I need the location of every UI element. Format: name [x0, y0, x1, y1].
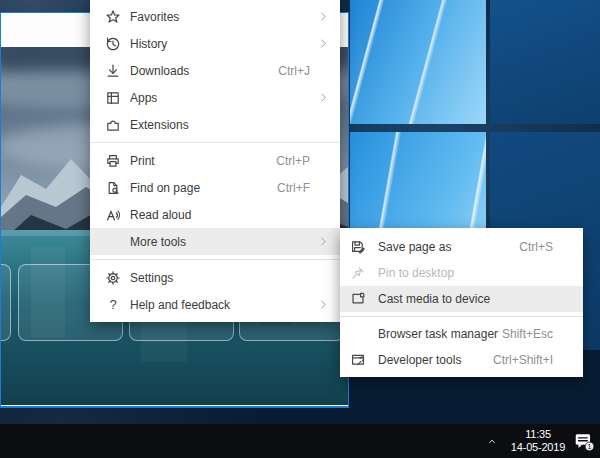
menu-item-history[interactable]: History [90, 30, 340, 57]
edge-settings-menu: Favorites History Downloads Ctrl+J Apps … [90, 0, 340, 322]
star-icon [105, 9, 121, 25]
read-aloud-icon [105, 207, 121, 223]
pin-icon [350, 265, 366, 281]
history-icon [105, 36, 121, 52]
clock-date: 14-05-2019 [510, 441, 566, 454]
menu-item-favorites[interactable]: Favorites [90, 3, 340, 30]
menu-item-settings[interactable]: Settings [90, 264, 340, 291]
newtab-tile[interactable] [0, 264, 11, 341]
menu-item-print[interactable]: Print Ctrl+P [90, 147, 340, 174]
puzzle-icon [105, 117, 121, 133]
submenu-item-browser-task-manager[interactable]: Browser task manager Shift+Esc [340, 321, 583, 347]
download-icon [105, 63, 121, 79]
wallpaper-windows-logo-pane-top-left [350, 0, 486, 124]
gear-icon [105, 270, 121, 286]
menu-item-help-and-feedback[interactable]: ? Help and feedback [90, 291, 340, 318]
more-tools-submenu: Save page as Ctrl+S Pin to desktop Cast … [340, 228, 583, 377]
wallpaper-windows-logo-pane-top-right [490, 0, 600, 124]
icon-spacer [105, 234, 121, 250]
menu-item-downloads[interactable]: Downloads Ctrl+J [90, 57, 340, 84]
show-hidden-icons-button[interactable] [485, 434, 499, 448]
save-icon [350, 239, 366, 255]
menu-item-apps[interactable]: Apps [90, 84, 340, 111]
menu-item-extensions[interactable]: Extensions [90, 111, 340, 138]
clock-time: 11:35 [510, 428, 566, 441]
notification-count-badge: 1 [588, 442, 592, 450]
taskbar: 11:35 14-05-2019 1 [0, 424, 600, 458]
menu-separator [90, 259, 340, 260]
submenu-item-cast-media-to-device[interactable]: Cast media to device [340, 286, 583, 312]
devtools-icon [350, 352, 366, 368]
icon-spacer [350, 326, 366, 342]
taskbar-clock[interactable]: 11:35 14-05-2019 [510, 428, 566, 454]
apps-grid-icon [105, 90, 121, 106]
action-center-icon[interactable]: 1 [573, 431, 595, 452]
cast-icon [350, 291, 366, 307]
submenu-item-save-page-as[interactable]: Save page as Ctrl+S [340, 234, 583, 260]
menu-item-more-tools[interactable]: More tools [90, 228, 340, 255]
menu-separator [90, 142, 340, 143]
menu-item-read-aloud[interactable]: Read aloud [90, 201, 340, 228]
chevron-right-icon [310, 91, 336, 104]
submenu-item-pin-to-desktop: Pin to desktop [340, 260, 583, 286]
menu-separator [340, 316, 583, 317]
chevron-right-icon [310, 10, 336, 23]
chevron-right-icon [310, 235, 336, 248]
menu-item-find-on-page[interactable]: Find on page Ctrl+F [90, 174, 340, 201]
question-mark-icon: ? [105, 297, 121, 313]
find-on-page-icon [105, 180, 121, 196]
submenu-item-developer-tools[interactable]: Developer tools Ctrl+Shift+I [340, 347, 583, 373]
chevron-right-icon [310, 298, 336, 311]
chevron-right-icon [310, 37, 336, 50]
printer-icon [105, 153, 121, 169]
